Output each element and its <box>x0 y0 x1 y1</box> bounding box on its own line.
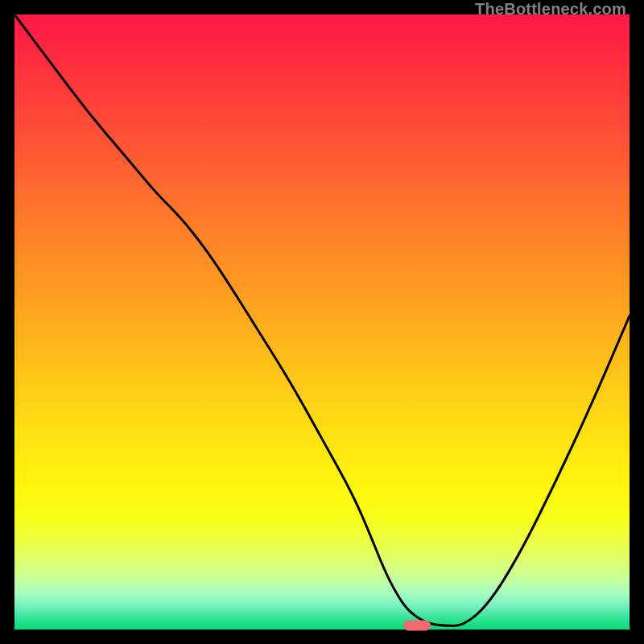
curve-svg <box>14 14 630 630</box>
watermark-text: TheBottleneck.com <box>475 0 626 19</box>
plot-area <box>14 14 630 630</box>
chart-frame: TheBottleneck.com <box>0 0 644 644</box>
optimal-marker <box>403 620 431 630</box>
bottleneck-curve <box>14 14 630 625</box>
